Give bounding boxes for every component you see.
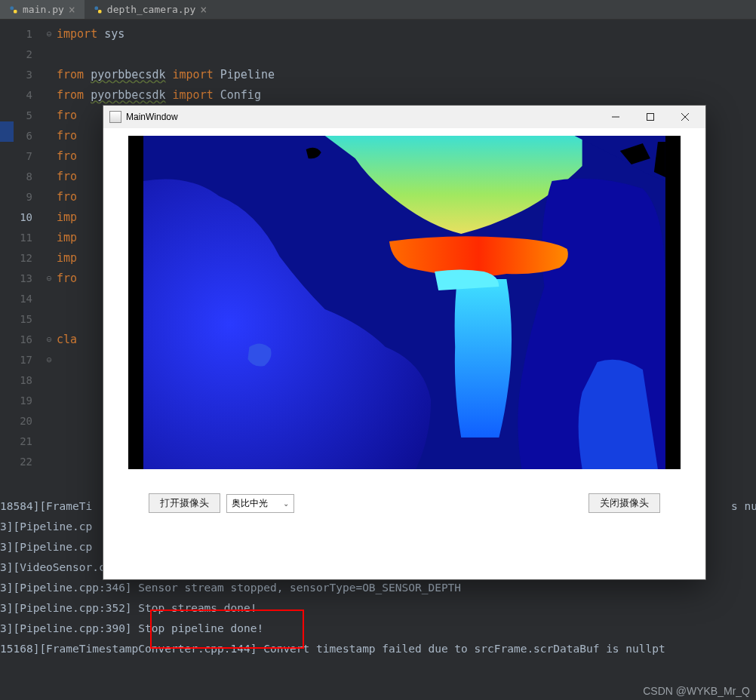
- maximize-button[interactable]: [633, 106, 668, 128]
- chevron-down-icon: ⌄: [283, 499, 289, 508]
- fold-marker[interactable]: [41, 187, 57, 207]
- fold-marker[interactable]: [41, 289, 57, 309]
- fold-marker[interactable]: [41, 146, 57, 167]
- svg-rect-1: [14, 10, 17, 14]
- selection-marker: [0, 121, 14, 142]
- close-icon[interactable]: ×: [200, 3, 207, 17]
- code-line[interactable]: from pyorbbecsdk import Config: [57, 85, 756, 106]
- fold-marker[interactable]: [41, 228, 57, 248]
- main-window-dialog: MainWindow: [103, 105, 706, 580]
- code-line[interactable]: import sys: [57, 24, 756, 45]
- editor-tabs: main.py × depth_camera.py ×: [0, 0, 756, 20]
- tab-label: depth_camera.py: [107, 4, 195, 15]
- line-number: 4: [0, 85, 32, 106]
- line-number: 20: [0, 411, 32, 431]
- fold-marker[interactable]: [41, 309, 57, 330]
- close-camera-button[interactable]: 关闭摄像头: [589, 493, 660, 513]
- fold-column: ⊖⊖⊖⊖: [41, 20, 57, 496]
- select-value: 奥比中光: [232, 497, 268, 510]
- app-icon: [109, 111, 121, 123]
- fold-marker[interactable]: [41, 65, 57, 85]
- console-line: 15168][FrameTimestampConverter.cpp:144] …: [0, 639, 756, 659]
- fold-marker[interactable]: [41, 45, 57, 65]
- fold-marker[interactable]: ⊖: [41, 269, 57, 289]
- line-number: 19: [0, 391, 32, 411]
- close-button[interactable]: [668, 106, 702, 128]
- fold-marker[interactable]: [41, 370, 57, 391]
- line-number: 9: [0, 187, 32, 207]
- tab-label: main.py: [23, 4, 64, 15]
- fold-marker[interactable]: [41, 106, 57, 126]
- fold-marker[interactable]: [41, 452, 57, 472]
- fold-marker[interactable]: [41, 85, 57, 106]
- fold-marker[interactable]: [41, 207, 57, 228]
- fold-marker[interactable]: [41, 391, 57, 411]
- python-icon: [9, 5, 18, 14]
- watermark: CSDN @WYKB_Mr_Q: [643, 685, 750, 697]
- close-icon[interactable]: ×: [69, 3, 75, 17]
- dialog-title: MainWindow: [126, 112, 178, 122]
- fold-marker[interactable]: ⊖: [41, 330, 57, 350]
- python-icon: [94, 5, 103, 14]
- line-number: 8: [0, 167, 32, 187]
- line-number-gutter: 12345678910111213141516171819202122: [0, 20, 41, 496]
- code-line[interactable]: [57, 45, 756, 65]
- fold-marker[interactable]: [41, 167, 57, 187]
- line-number: 10: [0, 207, 32, 228]
- line-number: 11: [0, 228, 32, 248]
- line-number: 12: [0, 248, 32, 269]
- depth-image-frame: [128, 136, 681, 469]
- fold-marker[interactable]: ⊖: [41, 24, 57, 45]
- fold-marker[interactable]: [41, 431, 57, 452]
- svg-rect-0: [11, 6, 14, 10]
- camera-select[interactable]: 奥比中光 ⌄: [226, 494, 294, 513]
- console-line: 3][Pipeline.cpp:346] Sensor stream stopp…: [0, 578, 756, 598]
- line-number: 14: [0, 289, 32, 309]
- svg-rect-3: [98, 10, 102, 14]
- line-number: 13: [0, 269, 32, 289]
- line-number: 1: [0, 24, 32, 45]
- line-number: 16: [0, 330, 32, 350]
- console-line: 3][Pipeline.cpp:390] Stop pipeline done!: [0, 619, 756, 639]
- fold-marker[interactable]: ⊖: [41, 350, 57, 370]
- line-number: 15: [0, 309, 32, 330]
- line-number: 3: [0, 65, 32, 85]
- fold-marker[interactable]: [41, 126, 57, 146]
- line-number: 17: [0, 350, 32, 370]
- open-camera-button[interactable]: 打开摄像头: [149, 493, 220, 513]
- fold-marker[interactable]: [41, 411, 57, 431]
- line-number: 18: [0, 370, 32, 391]
- line-number: 7: [0, 146, 32, 167]
- svg-rect-5: [647, 114, 654, 121]
- minimize-button[interactable]: [598, 106, 633, 128]
- line-number: 22: [0, 452, 32, 472]
- line-number: 21: [0, 431, 32, 452]
- line-number: 2: [0, 45, 32, 65]
- svg-rect-2: [94, 6, 98, 10]
- tab-depth-camera-py[interactable]: depth_camera.py ×: [85, 0, 216, 19]
- console-line: 3][Pipeline.cpp:352] Stop streams done!: [0, 598, 756, 619]
- depth-image: [128, 136, 681, 469]
- code-line[interactable]: from pyorbbecsdk import Pipeline: [57, 65, 756, 85]
- fold-marker[interactable]: [41, 248, 57, 269]
- dialog-titlebar[interactable]: MainWindow: [103, 106, 705, 128]
- tab-main-py[interactable]: main.py ×: [0, 0, 85, 19]
- dialog-controls: 打开摄像头 奥比中光 ⌄ 关闭摄像头: [103, 493, 705, 513]
